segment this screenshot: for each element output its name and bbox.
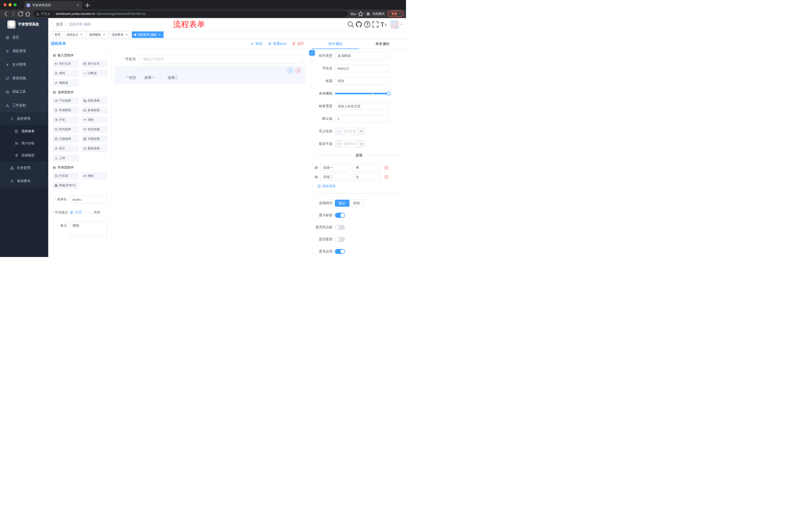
palette-item-counter[interactable]: 123计数器 — [81, 70, 108, 77]
tag-close-icon[interactable]: × — [125, 33, 128, 36]
update-button[interactable]: 更新 — [388, 10, 404, 17]
tag-process-model[interactable]: 流程模型× — [87, 31, 108, 38]
palette-item-radio-group[interactable]: 单选框组 — [53, 107, 79, 114]
tag-close-icon[interactable]: × — [158, 33, 161, 36]
search-icon[interactable] — [347, 20, 354, 29]
tab-form-props[interactable]: 表单属性 — [359, 39, 406, 49]
palette-item-select[interactable]: 下拉选择 — [53, 97, 79, 104]
palette-item-editor[interactable]: 编辑器 — [53, 79, 79, 86]
title-input[interactable] — [335, 77, 389, 85]
sidebar-item-task-mgmt[interactable]: 任务管理 — [0, 161, 48, 174]
browser-home-button[interactable] — [24, 10, 31, 17]
tag-process-form-edit[interactable]: 流程表单-编辑× — [132, 31, 164, 38]
sidebar-item-process-model[interactable]: 流程模型 — [0, 150, 48, 161]
tag-home[interactable]: 首页 — [52, 31, 63, 38]
form-remark-textarea[interactable]: 嘿嘿 — [70, 222, 108, 236]
palette-item-upload[interactable]: 上传 — [53, 154, 79, 162]
sidebar-item-process-form[interactable]: 流程表单 — [0, 125, 48, 137]
palette-item-row-container[interactable]: 行容器 — [53, 172, 79, 180]
sidebar-item-infra[interactable]: 基础设施 — [0, 72, 48, 85]
window-zoom-button[interactable] — [13, 3, 17, 6]
style-button-button[interactable]: 按钮 — [349, 200, 364, 207]
sidebar-item-system[interactable]: 系统管理 — [0, 44, 48, 58]
password-manager-icon[interactable] — [350, 10, 357, 17]
palette-item-table[interactable]: 表格[开发中] — [53, 182, 79, 189]
switch-required[interactable] — [335, 249, 345, 254]
palette-item-date-picker[interactable]: 日期选择 — [53, 135, 79, 142]
widget-phone[interactable]: 手机号 请输入手机号 — [115, 55, 303, 64]
font-size-icon[interactable]: TT — [380, 20, 388, 29]
tag-close-icon[interactable]: × — [80, 33, 83, 36]
reload-button[interactable] — [17, 10, 24, 17]
checkbox-option-2[interactable]: 选项二 — [162, 76, 178, 80]
palette-item-cascader[interactable]: 级联选择 — [81, 97, 108, 104]
stepper-minus-button[interactable]: − — [335, 128, 343, 135]
min-stepper-placeholder[interactable]: 至少应选 — [343, 128, 357, 135]
palette-item-slider[interactable]: 滑块 — [81, 116, 108, 124]
option-drag-handle-icon[interactable] — [314, 166, 318, 170]
help-icon[interactable] — [363, 20, 371, 29]
user-avatar[interactable] — [390, 20, 399, 29]
sidebar-item-home[interactable]: 首页 — [0, 31, 48, 44]
hamburger-icon[interactable] — [48, 22, 56, 27]
palette-item-date-range[interactable]: 日期范围 — [81, 135, 108, 142]
delete-widget-button[interactable] — [295, 68, 301, 74]
save-button[interactable]: 保存 — [250, 42, 262, 46]
tab-close-icon[interactable] — [76, 3, 80, 7]
avatar-caret-icon[interactable] — [400, 23, 403, 26]
widget-gender-selected[interactable]: 性别 选项一 选项二 — [115, 66, 306, 84]
window-minimize-button[interactable] — [8, 3, 11, 6]
remove-option-button[interactable] — [384, 175, 389, 179]
component-type-select[interactable]: 多选框组 — [335, 52, 389, 60]
new-tab-button[interactable] — [84, 2, 91, 9]
sidebar-item-payment[interactable]: ¥支付管理 — [0, 58, 48, 72]
sidebar-item-user-group[interactable]: 用户分组 — [0, 137, 48, 150]
stepper-plus-button[interactable]: + — [357, 128, 365, 135]
palette-item-multi-line-text[interactable]: 多行文本 — [81, 60, 108, 67]
palette-item-button[interactable]: 按钮 — [81, 172, 108, 180]
label-width-input[interactable] — [335, 102, 389, 110]
palette-item-password[interactable]: 密码 — [53, 70, 79, 77]
sidebar-item-devtools[interactable]: 研发工具 — [0, 85, 48, 99]
address-bar[interactable]: 不安全 dashboard.yudao.iocoder.cn/bpm/manag… — [33, 10, 348, 17]
switch-disabled[interactable] — [335, 237, 345, 242]
sidebar-item-leave-query[interactable]: 请假查询 — [0, 174, 48, 188]
forward-button[interactable] — [10, 10, 17, 17]
default-value-input[interactable] — [335, 115, 389, 123]
palette-item-rate[interactable]: 评分 — [53, 145, 79, 152]
switch-show-label[interactable] — [335, 213, 345, 218]
link-fab-button[interactable] — [309, 50, 315, 56]
browser-menu-icon[interactable] — [398, 12, 402, 16]
palette-item-time-range[interactable]: 时间范围 — [81, 126, 108, 133]
form-name-input[interactable] — [70, 196, 108, 203]
grid-slider[interactable] — [335, 90, 389, 97]
copy-widget-button[interactable] — [288, 68, 293, 74]
option-drag-handle-icon[interactable] — [314, 175, 318, 179]
github-icon[interactable] — [355, 20, 363, 29]
tab-component-props[interactable]: 组件属性 — [312, 39, 359, 49]
palette-item-switch[interactable]: 开关 — [53, 116, 79, 124]
window-close-button[interactable] — [3, 3, 6, 6]
remove-option-button[interactable] — [384, 165, 389, 170]
style-default-button[interactable]: 默认 — [335, 200, 349, 207]
tag-close-icon[interactable]: × — [102, 33, 106, 36]
tag-process-definition[interactable]: 流程定义× — [64, 31, 85, 38]
option-label-input[interactable] — [320, 164, 350, 171]
browser-tab[interactable]: 芋道管理系统 — [24, 1, 82, 9]
palette-item-single-line-text[interactable]: 单行文本 — [53, 60, 79, 67]
option-label-input[interactable] — [320, 173, 350, 181]
max-stepper-placeholder[interactable]: 最多可选 — [343, 140, 357, 147]
sidebar-item-process-mgmt[interactable]: 流程管理 — [0, 112, 48, 125]
checkbox-option-1[interactable]: 选项一 — [139, 76, 155, 80]
stepper-minus-button[interactable]: − — [335, 140, 343, 147]
bookmark-icon[interactable] — [357, 10, 364, 17]
palette-item-time-picker[interactable]: 时间选择 — [53, 126, 79, 133]
sidebar-item-workflow[interactable]: 工作流程 — [0, 99, 48, 112]
palette-item-color-picker[interactable]: 颜色选择 — [81, 145, 108, 152]
back-button[interactable] — [2, 10, 9, 17]
palette-item-checkbox-group[interactable]: 多选框组 — [81, 107, 108, 114]
add-option-button[interactable]: 添加选项 — [317, 184, 336, 188]
phone-input[interactable]: 请输入手机号 — [139, 55, 303, 64]
breadcrumb-home[interactable]: 首页 — [56, 22, 63, 27]
tag-process-form[interactable]: 流程表单× — [109, 31, 130, 38]
